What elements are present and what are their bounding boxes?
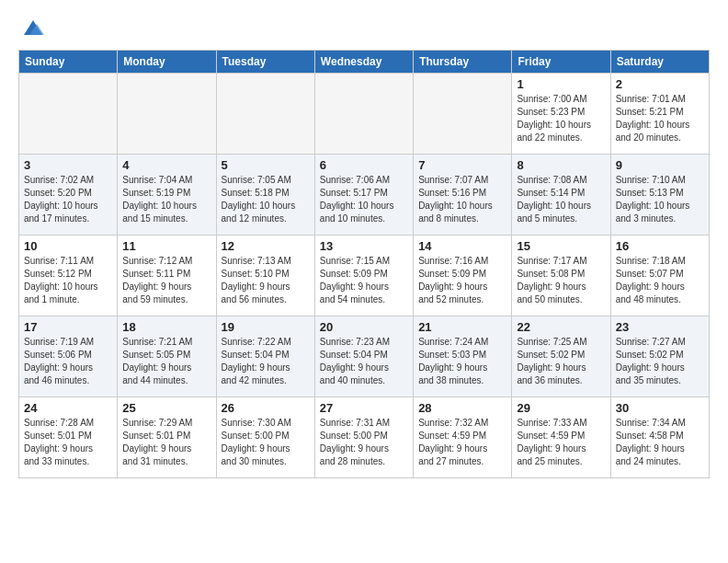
calendar-cell: 30Sunrise: 7:34 AM Sunset: 4:58 PM Dayli… [610,397,709,478]
day-info: Sunrise: 7:23 AM Sunset: 5:04 PM Dayligh… [320,336,408,387]
page: SundayMondayTuesdayWednesdayThursdayFrid… [0,0,728,488]
day-info: Sunrise: 7:16 AM Sunset: 5:09 PM Dayligh… [418,255,506,306]
calendar-cell: 27Sunrise: 7:31 AM Sunset: 5:00 PM Dayli… [314,397,413,478]
calendar-week-1: 1Sunrise: 7:00 AM Sunset: 5:23 PM Daylig… [19,74,710,155]
day-number: 9 [616,158,704,172]
calendar-cell: 16Sunrise: 7:18 AM Sunset: 5:07 PM Dayli… [610,236,709,316]
day-number: 3 [24,158,112,172]
calendar-cell: 22Sunrise: 7:25 AM Sunset: 5:02 PM Dayli… [512,316,610,397]
day-info: Sunrise: 7:02 AM Sunset: 5:20 PM Dayligh… [24,174,112,225]
calendar-cell [118,74,216,155]
day-number: 24 [24,401,112,415]
day-info: Sunrise: 7:13 AM Sunset: 5:10 PM Dayligh… [222,255,310,306]
day-number: 27 [320,401,408,415]
day-info: Sunrise: 7:34 AM Sunset: 4:58 PM Dayligh… [616,417,704,468]
day-info: Sunrise: 7:24 AM Sunset: 5:03 PM Dayligh… [418,336,506,387]
calendar-cell [314,74,413,155]
day-info: Sunrise: 7:21 AM Sunset: 5:05 PM Dayligh… [122,336,210,387]
calendar-cell: 7Sunrise: 7:07 AM Sunset: 5:16 PM Daylig… [414,155,512,236]
day-info: Sunrise: 7:15 AM Sunset: 5:09 PM Dayligh… [320,255,408,306]
day-number: 18 [122,320,210,334]
calendar-header-saturday: Saturday [610,51,709,74]
day-info: Sunrise: 7:01 AM Sunset: 5:21 PM Dayligh… [616,93,704,144]
calendar-cell: 25Sunrise: 7:29 AM Sunset: 5:01 PM Dayli… [118,397,216,478]
day-info: Sunrise: 7:06 AM Sunset: 5:17 PM Dayligh… [320,174,408,225]
calendar-header-tuesday: Tuesday [216,51,314,74]
day-number: 4 [122,158,210,172]
calendar-cell: 21Sunrise: 7:24 AM Sunset: 5:03 PM Dayli… [414,316,512,397]
day-info: Sunrise: 7:11 AM Sunset: 5:12 PM Dayligh… [24,255,112,306]
calendar-cell: 2Sunrise: 7:01 AM Sunset: 5:21 PM Daylig… [610,74,709,155]
day-info: Sunrise: 7:32 AM Sunset: 4:59 PM Dayligh… [418,417,506,468]
day-info: Sunrise: 7:04 AM Sunset: 5:19 PM Dayligh… [122,174,210,225]
calendar-cell: 5Sunrise: 7:05 AM Sunset: 5:18 PM Daylig… [216,155,314,236]
calendar-header-row: SundayMondayTuesdayWednesdayThursdayFrid… [19,51,710,74]
day-number: 6 [320,158,408,172]
calendar-cell: 9Sunrise: 7:10 AM Sunset: 5:13 PM Daylig… [610,155,709,236]
day-info: Sunrise: 7:05 AM Sunset: 5:18 PM Dayligh… [222,174,310,225]
calendar-cell [19,74,118,155]
day-number: 5 [222,158,310,172]
day-info: Sunrise: 7:18 AM Sunset: 5:07 PM Dayligh… [616,255,704,306]
day-number: 19 [222,320,310,334]
calendar-cell: 8Sunrise: 7:08 AM Sunset: 5:14 PM Daylig… [512,155,610,236]
day-number: 14 [418,239,506,253]
calendar-cell: 10Sunrise: 7:11 AM Sunset: 5:12 PM Dayli… [19,236,118,316]
day-info: Sunrise: 7:19 AM Sunset: 5:06 PM Dayligh… [24,336,112,387]
calendar-week-4: 17Sunrise: 7:19 AM Sunset: 5:06 PM Dayli… [19,316,710,397]
calendar-cell: 26Sunrise: 7:30 AM Sunset: 5:00 PM Dayli… [216,397,314,478]
day-number: 21 [418,320,506,334]
calendar-cell: 14Sunrise: 7:16 AM Sunset: 5:09 PM Dayli… [414,236,512,316]
calendar-cell: 18Sunrise: 7:21 AM Sunset: 5:05 PM Dayli… [118,316,216,397]
calendar-cell: 17Sunrise: 7:19 AM Sunset: 5:06 PM Dayli… [19,316,118,397]
calendar-cell: 29Sunrise: 7:33 AM Sunset: 4:59 PM Dayli… [512,397,610,478]
calendar-cell: 1Sunrise: 7:00 AM Sunset: 5:23 PM Daylig… [512,74,610,155]
calendar-week-5: 24Sunrise: 7:28 AM Sunset: 5:01 PM Dayli… [19,397,710,478]
day-number: 13 [320,239,408,253]
day-info: Sunrise: 7:25 AM Sunset: 5:02 PM Dayligh… [517,336,605,387]
day-number: 7 [418,158,506,172]
calendar-header-wednesday: Wednesday [314,51,413,74]
day-info: Sunrise: 7:17 AM Sunset: 5:08 PM Dayligh… [517,255,605,306]
day-info: Sunrise: 7:27 AM Sunset: 5:02 PM Dayligh… [616,336,704,387]
calendar-cell: 15Sunrise: 7:17 AM Sunset: 5:08 PM Dayli… [512,236,610,316]
header [18,15,710,40]
day-number: 11 [122,239,210,253]
day-info: Sunrise: 7:29 AM Sunset: 5:01 PM Dayligh… [122,417,210,468]
day-number: 15 [517,239,605,253]
day-number: 16 [616,239,704,253]
day-number: 23 [616,320,704,334]
calendar-header-thursday: Thursday [414,51,512,74]
calendar-cell: 20Sunrise: 7:23 AM Sunset: 5:04 PM Dayli… [314,316,413,397]
day-info: Sunrise: 7:00 AM Sunset: 5:23 PM Dayligh… [517,93,605,144]
calendar-header-monday: Monday [118,51,216,74]
day-info: Sunrise: 7:22 AM Sunset: 5:04 PM Dayligh… [222,336,310,387]
day-info: Sunrise: 7:30 AM Sunset: 5:00 PM Dayligh… [222,417,310,468]
day-number: 10 [24,239,112,253]
day-info: Sunrise: 7:31 AM Sunset: 5:00 PM Dayligh… [320,417,408,468]
day-info: Sunrise: 7:08 AM Sunset: 5:14 PM Dayligh… [517,174,605,225]
calendar-cell: 6Sunrise: 7:06 AM Sunset: 5:17 PM Daylig… [314,155,413,236]
day-number: 28 [418,401,506,415]
day-number: 20 [320,320,408,334]
day-number: 30 [616,401,704,415]
day-number: 25 [122,401,210,415]
calendar-header-sunday: Sunday [19,51,118,74]
logo-icon [20,15,46,40]
calendar: SundayMondayTuesdayWednesdayThursdayFrid… [18,50,710,478]
day-info: Sunrise: 7:33 AM Sunset: 4:59 PM Dayligh… [517,417,605,468]
calendar-cell [414,74,512,155]
calendar-cell: 28Sunrise: 7:32 AM Sunset: 4:59 PM Dayli… [414,397,512,478]
day-number: 8 [517,158,605,172]
day-number: 1 [517,77,605,91]
day-number: 2 [616,77,704,91]
day-number: 29 [517,401,605,415]
calendar-cell [216,74,314,155]
day-number: 22 [517,320,605,334]
calendar-cell: 11Sunrise: 7:12 AM Sunset: 5:11 PM Dayli… [118,236,216,316]
calendar-cell: 24Sunrise: 7:28 AM Sunset: 5:01 PM Dayli… [19,397,118,478]
calendar-cell: 23Sunrise: 7:27 AM Sunset: 5:02 PM Dayli… [610,316,709,397]
calendar-cell: 3Sunrise: 7:02 AM Sunset: 5:20 PM Daylig… [19,155,118,236]
calendar-cell: 19Sunrise: 7:22 AM Sunset: 5:04 PM Dayli… [216,316,314,397]
day-info: Sunrise: 7:10 AM Sunset: 5:13 PM Dayligh… [616,174,704,225]
